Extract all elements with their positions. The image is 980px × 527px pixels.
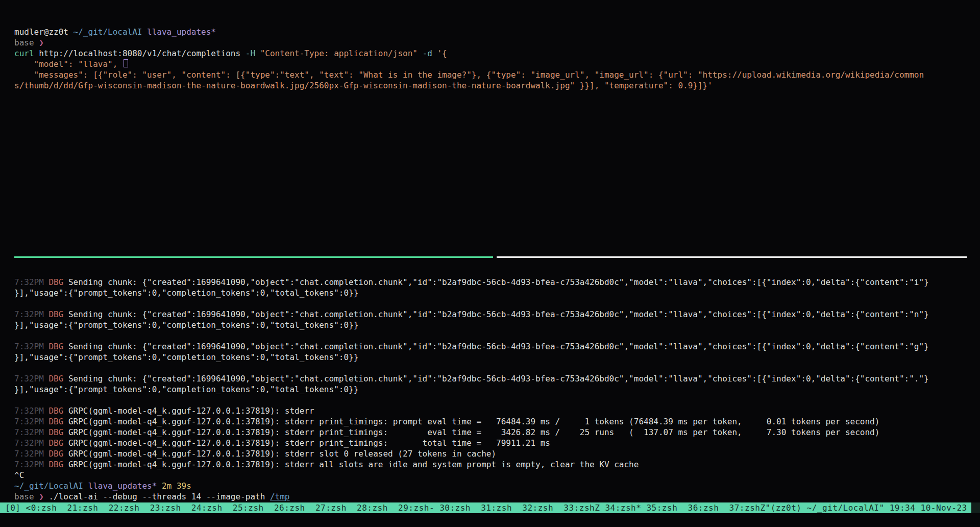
terminal-line: ~/_git/LocalAI llava_updates* 2m 39s (14, 481, 978, 491)
terminal-line: 7:32PM DBG GRPC(ggml-model-q4_k.gguf-127… (14, 416, 978, 427)
terminal-text: }],"usage":{"prompt_tokens":0,"completio… (14, 385, 358, 394)
terminal-text: 7:32PM (14, 342, 48, 351)
tmux-session-indicator: [0] (5, 503, 26, 513)
terminal-line: }],"usage":{"prompt_tokens":0,"completio… (14, 384, 978, 395)
terminal-text: 7:32PM (14, 374, 48, 384)
tmux-status-bar: [0] <0:zsh 21:zsh 22:zsh 23:zsh 24:zsh 2… (0, 502, 980, 513)
terminal-line: base ❯ (14, 37, 978, 48)
terminal-line: "messages": [{"role": "user", "content":… (14, 69, 978, 80)
terminal-text: Sending chunk: {"created":1699641090,"ob… (68, 374, 929, 384)
terminal-line: "model": "llava", (14, 59, 978, 69)
terminal-text: ❯ (39, 38, 44, 47)
terminal-line: 7:32PM DBG GRPC(ggml-model-q4_k.gguf-127… (14, 405, 978, 416)
terminal-text: Sending chunk: {"created":1699641090,"ob… (68, 309, 929, 319)
terminal-line: mudler@zz0t ~/_git/LocalAI llava_updates… (14, 27, 978, 37)
terminal-line (14, 330, 978, 341)
terminal-text: 7:32PM (14, 427, 48, 437)
terminal-text: GRPC(ggml-model-q4_k.gguf-127.0.0.1:3781… (68, 449, 496, 459)
terminal-line: 7:32PM DBG Sending chunk: {"created":169… (14, 373, 978, 384)
terminal-line: 7:32PM DBG GRPC(ggml-model-q4_k.gguf-127… (14, 448, 978, 459)
terminal-text: "messages": [{"role": "user", "content":… (14, 70, 924, 80)
separator-left-segment (14, 256, 493, 258)
terminal-text: mudler@zz0t (14, 27, 74, 37)
terminal-text: DBG (48, 406, 68, 416)
terminal-line (14, 298, 978, 309)
terminal-text: s/thumb/d/dd/Gfp-wisconsin-madison-the-n… (14, 81, 713, 90)
terminal-line: 7:32PM DBG GRPC(ggml-model-q4_k.gguf-127… (14, 459, 978, 470)
terminal-text: 2m 39s (157, 481, 191, 491)
terminal-text: GRPC(ggml-model-q4_k.gguf-127.0.0.1:3781… (68, 417, 879, 426)
terminal-line (14, 395, 978, 405)
terminal-text: "Content-Type: application/json" (260, 49, 423, 58)
terminal-text: -d (423, 49, 437, 58)
terminal-text: llava_updates* (83, 481, 157, 491)
terminal-text: base (14, 492, 39, 501)
terminal-text: http://localhost:8080/v1/chat/completion… (39, 49, 246, 58)
terminal-text: DBG (48, 277, 68, 287)
terminal-text: base (14, 38, 39, 47)
terminal-line: }],"usage":{"prompt_tokens":0,"completio… (14, 320, 978, 330)
tmux-right-status: "(zz0t) ~/_git/LocalAI" 19:34 10-Nov-23 (766, 503, 967, 513)
terminal-line: 7:32PM DBG GRPC(ggml-model-q4_k.gguf-127… (14, 438, 978, 448)
terminal-line: 7:32PM DBG Sending chunk: {"created":169… (14, 277, 978, 288)
terminal-text: DBG (48, 309, 68, 319)
terminal-line: 7:32PM DBG GRPC(ggml-model-q4_k.gguf-127… (14, 427, 978, 438)
terminal-text: DBG (48, 342, 68, 351)
terminal-line (14, 363, 978, 373)
terminal-text: /tmp (270, 492, 290, 501)
terminal-text: 7:32PM (14, 277, 48, 287)
terminal-text: DBG (48, 438, 68, 448)
terminal-line: }],"usage":{"prompt_tokens":0,"completio… (14, 352, 978, 363)
terminal-text: llava_updates* (142, 27, 216, 37)
terminal-scrollback-top: mudler@zz0t ~/_git/LocalAI llava_updates… (14, 27, 978, 91)
terminal-text: 7:32PM (14, 417, 48, 426)
terminal-text: Sending chunk: {"created":1699641090,"ob… (68, 277, 929, 287)
terminal-line: }],"usage":{"prompt_tokens":0,"completio… (14, 288, 978, 298)
terminal-text: ^C (14, 470, 24, 480)
terminal-text: DBG (48, 449, 68, 459)
terminal-text: }],"usage":{"prompt_tokens":0,"completio… (14, 320, 358, 330)
terminal-text: GRPC(ggml-model-q4_k.gguf-127.0.0.1:3781… (68, 406, 314, 416)
terminal-line: base ❯ ./local-ai --debug --threads 14 -… (14, 491, 978, 502)
prompt-separator (14, 256, 967, 258)
terminal-line: 7:32PM DBG Sending chunk: {"created":169… (14, 341, 978, 352)
terminal-text: ~/_git/LocalAI (74, 27, 142, 37)
terminal-line: s/thumb/d/dd/Gfp-wisconsin-madison-the-n… (14, 80, 978, 91)
terminal-text: 7:32PM (14, 309, 48, 319)
terminal-text: ./local-ai --debug --threads 14 --image-… (48, 492, 270, 501)
terminal-text: DBG (48, 427, 68, 437)
terminal-text: DBG (48, 374, 68, 384)
terminal-line: 7:32PM DBG Sending chunk: {"created":169… (14, 309, 978, 320)
terminal-text: curl (14, 49, 39, 58)
separator-right-segment (497, 256, 967, 258)
status-bar-notch (971, 502, 980, 513)
terminal-text: -H (246, 49, 260, 58)
terminal-text: 7:32PM (14, 449, 48, 459)
terminal-text: '{ (437, 49, 447, 58)
terminal-text: DBG (48, 460, 68, 469)
terminal-text: Sending chunk: {"created":1699641090,"ob… (68, 342, 929, 351)
terminal-log-output: 7:32PM DBG Sending chunk: {"created":169… (14, 277, 978, 502)
terminal-text: ❯ (39, 492, 48, 501)
terminal-text: GRPC(ggml-model-q4_k.gguf-127.0.0.1:3781… (68, 427, 879, 437)
terminal-cursor (124, 59, 128, 67)
terminal-text: }],"usage":{"prompt_tokens":0,"completio… (14, 288, 358, 298)
terminal-text: DBG (48, 417, 68, 426)
terminal-line: ^C (14, 470, 978, 481)
terminal-text: 7:32PM (14, 460, 48, 469)
terminal-text: }],"usage":{"prompt_tokens":0,"completio… (14, 352, 358, 362)
terminal-text: ~/_git/LocalAI (14, 481, 83, 491)
terminal-text: 7:32PM (14, 438, 48, 448)
tmux-window-list[interactable]: <0:zsh 21:zsh 22:zsh 23:zsh 24:zsh 25:zs… (26, 503, 766, 513)
terminal-text: GRPC(ggml-model-q4_k.gguf-127.0.0.1:3781… (68, 460, 639, 469)
terminal-text: 7:32PM (14, 406, 48, 416)
terminal-line: curl http://localhost:8080/v1/chat/compl… (14, 48, 978, 59)
terminal-text: GRPC(ggml-model-q4_k.gguf-127.0.0.1:3781… (68, 438, 550, 448)
terminal-screen: mudler@zz0t ~/_git/LocalAI llava_updates… (0, 0, 980, 527)
terminal-text: "model": "llava", (14, 59, 122, 69)
